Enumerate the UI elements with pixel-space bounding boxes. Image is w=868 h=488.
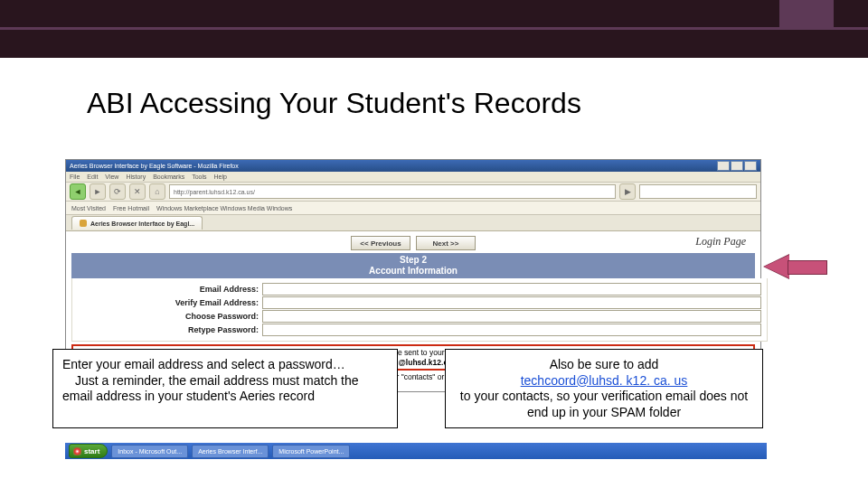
callout-left-line2: Just a reminder, the email address must … bbox=[62, 373, 388, 405]
bookmark-hotmail[interactable]: Free Hotmail bbox=[113, 205, 149, 211]
go-button[interactable]: ▶ bbox=[619, 183, 636, 200]
windows-logo-icon bbox=[73, 447, 81, 455]
bookmark-mostvisited[interactable]: Most Visited bbox=[71, 205, 106, 211]
wizard-nav: << Previous Next >> Login Page bbox=[71, 235, 755, 251]
menu-view[interactable]: View bbox=[105, 174, 118, 180]
menu-tools[interactable]: Tools bbox=[192, 174, 206, 180]
windows-taskbar: start Inbox - Microsoft Out... Aeries Br… bbox=[65, 443, 767, 459]
callouts: Enter your email address and select a pa… bbox=[52, 349, 785, 428]
search-box[interactable] bbox=[639, 184, 757, 199]
home-button[interactable]: ⌂ bbox=[149, 183, 165, 200]
callout-left: Enter your email address and select a pa… bbox=[52, 349, 398, 428]
bookmarks-bar[interactable]: Most Visited Free Hotmail Windows Market… bbox=[66, 202, 760, 215]
accent-line bbox=[0, 27, 868, 30]
menu-file[interactable]: File bbox=[70, 174, 80, 180]
address-text: http://parent.luhsd.k12.ca.us/ bbox=[174, 189, 255, 195]
active-tab[interactable]: Aeries Browser Interface by Eagl... bbox=[71, 216, 203, 230]
step-header: Step 2 Account Information bbox=[71, 253, 755, 278]
input-verify-email[interactable] bbox=[262, 296, 761, 309]
accent-tab bbox=[779, 0, 834, 27]
pointer-arrow bbox=[764, 255, 827, 278]
next-button[interactable]: Next >> bbox=[416, 236, 476, 250]
label-email: Email Address: bbox=[78, 285, 262, 294]
step-line-2: Account Information bbox=[71, 266, 755, 277]
input-email[interactable] bbox=[262, 283, 761, 296]
task-aeries[interactable]: Aeries Browser Interf... bbox=[192, 445, 269, 458]
label-retype-password: Retype Password: bbox=[78, 325, 262, 334]
login-page-label: Login Page bbox=[695, 235, 746, 249]
browser-window-title: Aeries Browser Interface by Eagle Softwa… bbox=[70, 163, 239, 169]
start-button[interactable]: start bbox=[69, 444, 108, 458]
account-form: Email Address: Verify Email Address: Cho… bbox=[71, 278, 768, 342]
callout-right-line2: to your contacts, so your verification e… bbox=[455, 389, 753, 420]
input-choose-password[interactable] bbox=[262, 310, 761, 323]
favicon-icon bbox=[80, 220, 87, 227]
bookmark-more[interactable]: Windows Marketplace Windows Media Window… bbox=[156, 205, 292, 211]
reload-button[interactable]: ⟳ bbox=[109, 183, 126, 200]
browser-toolbar: ◄ ► ⟳ ✕ ⌂ http://parent.luhsd.k12.ca.us/… bbox=[66, 183, 760, 202]
address-bar[interactable]: http://parent.luhsd.k12.ca.us/ bbox=[169, 184, 616, 199]
menu-edit[interactable]: Edit bbox=[87, 174, 98, 180]
callout-right-link[interactable]: techcoord@luhsd. k12. ca. us bbox=[521, 373, 688, 388]
slide-title: ABI Accessing Your Student's Records bbox=[87, 87, 581, 120]
tab-bar: Aeries Browser Interface by Eagl... bbox=[66, 215, 760, 231]
back-button[interactable]: ◄ bbox=[70, 183, 86, 200]
label-verify-email: Verify Email Address: bbox=[78, 298, 262, 307]
menu-history[interactable]: History bbox=[126, 174, 146, 180]
tab-label: Aeries Browser Interface by Eagl... bbox=[90, 221, 194, 227]
task-powerpoint[interactable]: Microsoft PowerPoint... bbox=[272, 445, 350, 458]
window-buttons[interactable] bbox=[716, 161, 757, 172]
callout-right-line1: Also be sure to add bbox=[455, 357, 753, 373]
input-retype-password[interactable] bbox=[262, 324, 761, 336]
step-line-1: Step 2 bbox=[71, 255, 755, 266]
stop-button[interactable]: ✕ bbox=[129, 183, 146, 200]
start-label: start bbox=[84, 447, 99, 455]
menu-help[interactable]: Help bbox=[214, 174, 227, 180]
previous-button[interactable]: << Previous bbox=[351, 236, 410, 250]
forward-button[interactable]: ► bbox=[90, 183, 106, 200]
task-outlook[interactable]: Inbox - Microsoft Out... bbox=[111, 445, 188, 458]
label-choose-password: Choose Password: bbox=[78, 312, 262, 321]
browser-menu[interactable]: File Edit View History Bookmarks Tools H… bbox=[66, 172, 760, 183]
callout-left-line1: Enter your email address and select a pa… bbox=[62, 357, 388, 373]
browser-titlebar: Aeries Browser Interface by Eagle Softwa… bbox=[66, 160, 760, 172]
menu-bookmarks[interactable]: Bookmarks bbox=[153, 174, 184, 180]
callout-right: Also be sure to add techcoord@luhsd. k12… bbox=[445, 349, 763, 428]
